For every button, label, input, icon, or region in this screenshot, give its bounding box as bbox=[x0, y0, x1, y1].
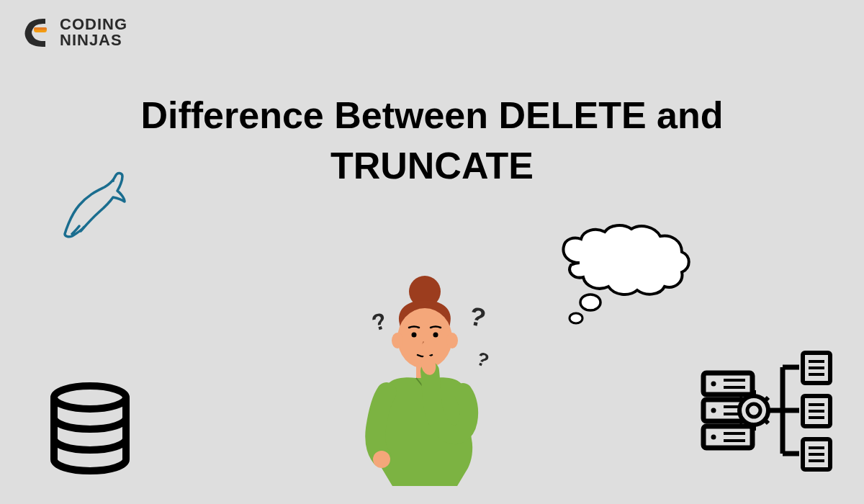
svg-rect-1 bbox=[34, 27, 47, 30]
database-cylinder-icon bbox=[43, 382, 137, 475]
svg-text:?: ? bbox=[369, 307, 389, 336]
mysql-dolphin-icon bbox=[54, 166, 133, 245]
svg-line-35 bbox=[764, 419, 768, 423]
svg-point-9 bbox=[433, 333, 438, 338]
coding-ninjas-logo: CODING NINJAS bbox=[18, 14, 127, 50]
svg-point-6 bbox=[392, 333, 403, 348]
thinking-person-illustration: ? ? ? bbox=[331, 270, 518, 486]
svg-point-23 bbox=[711, 435, 716, 440]
svg-rect-20 bbox=[703, 426, 752, 448]
logo-text-line1: CODING bbox=[60, 17, 127, 32]
thought-bubble-icon bbox=[551, 223, 695, 331]
svg-point-17 bbox=[570, 313, 582, 323]
svg-point-22 bbox=[711, 408, 716, 413]
svg-point-2 bbox=[112, 179, 114, 182]
svg-point-8 bbox=[412, 333, 417, 338]
svg-text:?: ? bbox=[467, 301, 488, 333]
svg-point-12 bbox=[373, 451, 390, 468]
svg-rect-18 bbox=[703, 373, 752, 395]
svg-point-7 bbox=[446, 333, 458, 348]
svg-line-34 bbox=[764, 397, 768, 402]
logo-mark-icon bbox=[18, 14, 54, 50]
svg-text:?: ? bbox=[474, 347, 492, 372]
svg-point-3 bbox=[54, 386, 126, 409]
svg-point-21 bbox=[711, 382, 716, 387]
logo-text-line2: NINJAS bbox=[60, 32, 127, 48]
svg-point-16 bbox=[580, 294, 600, 310]
server-diagram-icon bbox=[695, 346, 839, 475]
svg-line-36 bbox=[739, 397, 744, 402]
svg-line-37 bbox=[739, 419, 744, 423]
